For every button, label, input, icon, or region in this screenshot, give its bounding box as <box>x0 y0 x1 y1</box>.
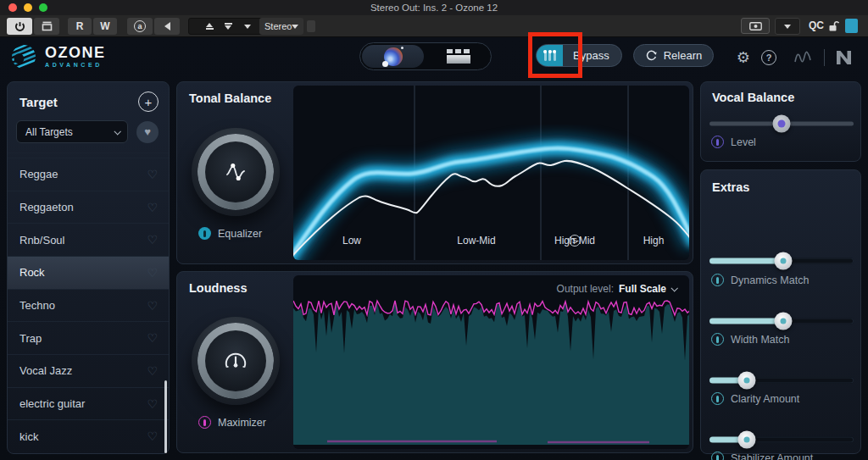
view-menu-button[interactable] <box>775 18 800 35</box>
preset-menu-button[interactable] <box>239 18 256 35</box>
loudness-knob[interactable] <box>192 317 280 405</box>
refresh-icon <box>645 49 658 62</box>
close-window-button[interactable] <box>8 3 17 12</box>
scrollbar[interactable] <box>164 380 167 453</box>
titlebar: Stereo Out: Ins. 2 - Ozone 12 <box>0 0 868 15</box>
level-power-icon[interactable] <box>711 136 724 148</box>
width-match-thumb[interactable] <box>774 313 792 330</box>
favorites-filter-button[interactable]: ♥ <box>136 121 159 143</box>
compare-button[interactable]: a <box>127 18 153 35</box>
previous-preset-button[interactable] <box>200 18 219 35</box>
heart-outline-icon[interactable]: ♡ <box>147 331 158 345</box>
heart-outline-icon[interactable]: ♡ <box>147 233 158 247</box>
stabilizer-amount-thumb[interactable] <box>738 431 756 449</box>
next-preset-button[interactable] <box>219 18 237 35</box>
dynamics-match-power-icon[interactable] <box>711 274 724 286</box>
width-match-slider[interactable] <box>709 312 854 330</box>
maximizer-power-icon[interactable] <box>198 416 211 429</box>
ni-logo-icon[interactable] <box>836 51 858 64</box>
target-item[interactable]: Techno♡ <box>8 289 169 322</box>
assistant-view-tab[interactable] <box>362 45 424 68</box>
stabilizer-amount-power-icon[interactable] <box>711 452 724 460</box>
side-chain-back-button[interactable] <box>154 18 180 35</box>
heart-outline-icon[interactable]: ♡ <box>147 299 158 313</box>
plugin-power-button[interactable] <box>7 18 32 35</box>
channel-strip-button[interactable] <box>34 18 59 35</box>
minimize-window-button[interactable] <box>24 3 32 12</box>
target-item[interactable]: Reggaeton♡ <box>8 191 169 224</box>
heart-icon: ♥ <box>144 125 151 138</box>
heart-outline-icon[interactable]: ♡ <box>147 397 158 411</box>
maximizer-label: Maximizer <box>218 417 266 429</box>
dynamics-match-row: Dynamics Match <box>711 274 809 286</box>
stabilizer-amount-row: Stabilizer Amount <box>711 452 813 460</box>
tonal-balance-title: Tonal Balance <box>189 91 271 105</box>
vocal-balance-title: Vocal Balance <box>712 91 794 104</box>
dynamics-match-thumb[interactable] <box>774 252 792 270</box>
stabilizer-amount-slider[interactable] <box>709 430 854 449</box>
ozone-swirl-icon <box>10 43 37 70</box>
maximize-window-button[interactable] <box>39 3 47 12</box>
brand-tier: ADVANCED <box>45 62 106 68</box>
camera-icon <box>749 21 762 30</box>
target-item[interactable]: Reggae♡ <box>8 158 169 191</box>
help-icon[interactable]: ? <box>761 50 776 65</box>
eq-curve-icon <box>223 159 248 185</box>
width-match-power-icon[interactable] <box>711 333 724 346</box>
heart-outline-icon[interactable]: ♡ <box>147 364 158 378</box>
assistant-orb-icon <box>384 47 403 66</box>
channel-mode-select[interactable]: Stereo <box>259 18 303 35</box>
target-item[interactable]: kick♡ <box>8 419 169 452</box>
extras-title: Extras <box>712 180 749 194</box>
loudness-display: Output level: Full Scale <box>293 275 689 449</box>
heart-outline-icon[interactable]: ♡ <box>147 266 158 280</box>
automation-read-button[interactable]: R <box>68 18 92 35</box>
clarity-amount-slider[interactable] <box>709 371 854 390</box>
equalizer-module-row: Equalizer <box>198 227 262 240</box>
automation-write-button[interactable]: W <box>93 18 117 35</box>
tonal-balance-knob[interactable] <box>192 128 280 216</box>
chevron-down-icon <box>244 25 251 29</box>
maximizer-module-row: Maximizer <box>198 416 266 429</box>
vocal-balance-panel: Vocal Balance Level <box>700 81 861 162</box>
color-swatch[interactable] <box>845 19 858 33</box>
target-item[interactable]: electric guitar♡ <box>8 387 169 420</box>
add-target-button[interactable]: + <box>138 91 159 112</box>
izotope-scribble-icon[interactable] <box>793 49 813 66</box>
equalizer-power-icon[interactable] <box>198 227 211 240</box>
target-item[interactable]: Vocal Jazz♡ <box>8 354 169 387</box>
snapshot-button[interactable] <box>741 18 770 34</box>
heart-outline-icon[interactable]: ♡ <box>147 430 158 443</box>
level-slider-thumb[interactable] <box>773 115 791 133</box>
mini-handle <box>307 20 315 32</box>
stabilizer-amount-label: Stabilizer Amount <box>731 452 813 460</box>
relearn-button[interactable]: Relearn <box>633 44 714 67</box>
chevron-down-icon <box>670 285 677 291</box>
window-title: Stereo Out: Ins. 2 - Ozone 12 <box>370 3 498 13</box>
module-chain-icon <box>447 49 470 64</box>
output-level-control[interactable]: Output level: Full Scale <box>557 283 676 295</box>
qc-button[interactable]: QC <box>809 19 824 31</box>
heart-outline-icon[interactable]: ♡ <box>147 168 158 181</box>
loudness-waveform <box>293 297 689 445</box>
target-item[interactable]: Trap♡ <box>8 321 169 354</box>
clarity-amount-thumb[interactable] <box>738 372 756 390</box>
gauge-icon <box>222 348 249 374</box>
settings-gear-icon[interactable]: ⚙ <box>737 50 750 65</box>
width-match-label: Width Match <box>731 334 789 346</box>
target-item[interactable]: Rnb/Soul♡ <box>8 223 169 256</box>
level-slider[interactable] <box>709 114 854 133</box>
target-title: Target <box>19 95 58 109</box>
target-filter-dropdown[interactable]: All Targets <box>16 120 128 143</box>
detailed-view-tab[interactable] <box>427 45 489 68</box>
target-item-selected[interactable]: Rock♡ <box>8 256 169 289</box>
ozone-logo: OZONE ADVANCED <box>10 43 106 70</box>
header-icons: ⚙ ? <box>737 42 858 73</box>
target-panel: Target + All Targets ♥ Reggae♡ Reggaeton… <box>7 81 170 454</box>
lock-button[interactable] <box>828 20 839 36</box>
clarity-amount-power-icon[interactable] <box>711 392 724 405</box>
heart-outline-icon[interactable]: ♡ <box>147 201 158 214</box>
dynamics-match-slider[interactable] <box>709 252 854 270</box>
equalizer-label: Equalizer <box>218 228 262 240</box>
relearn-label: Relearn <box>664 49 703 62</box>
